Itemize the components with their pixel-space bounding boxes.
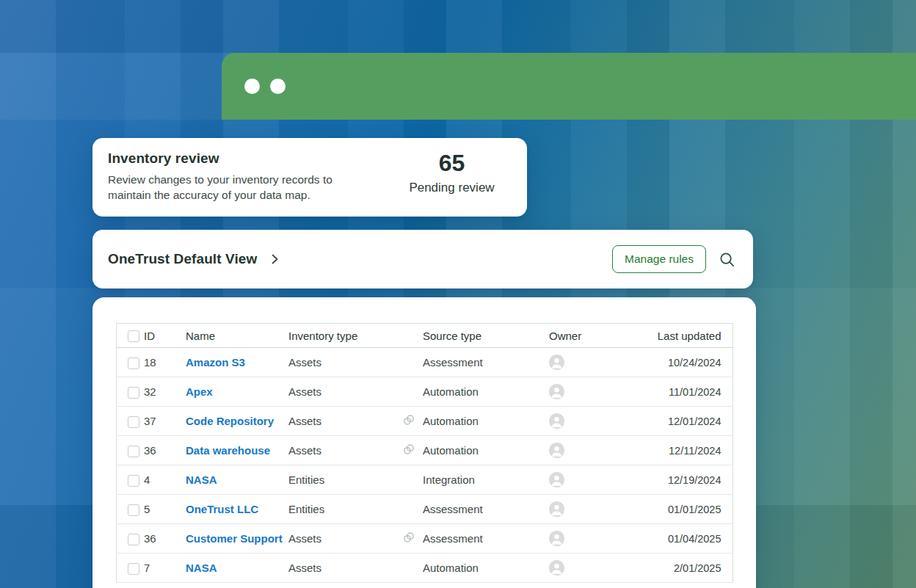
card-description: Review changes to your inventory records…	[108, 172, 372, 203]
cell-inventory-type: Assets	[288, 377, 402, 407]
row-checkbox[interactable]	[128, 475, 139, 487]
cell-source-type: Automation	[423, 562, 479, 574]
inventory-table-card: IDNameInventory typeSource typeOwnerLast…	[92, 297, 756, 588]
column-header-last-updated[interactable]: Last updated	[630, 324, 733, 348]
select-all-checkbox[interactable]	[128, 330, 139, 342]
linked-source-icon	[402, 413, 415, 429]
cell-source-type: Integration	[423, 473, 475, 486]
cell-id: 18	[144, 348, 186, 377]
row-checkbox[interactable]	[128, 563, 139, 575]
column-header-owner[interactable]: Owner	[549, 324, 630, 348]
cell-id: 36	[144, 436, 186, 465]
record-name-link[interactable]: Data warehouse	[186, 444, 270, 457]
table-row: 36Data warehouseAssetsAutomation12/11/20…	[116, 436, 733, 465]
cell-inventory-type: Assets	[288, 436, 402, 465]
row-checkbox[interactable]	[128, 504, 139, 516]
cell-last-updated: 12/01/2024	[630, 407, 733, 436]
owner-avatar[interactable]	[549, 443, 564, 458]
inventory-review-card: Inventory review Review changes to your …	[92, 138, 527, 217]
cell-source-type: Automation	[423, 415, 479, 427]
cell-inventory-type: Entities	[288, 495, 402, 524]
column-header-inventory-type[interactable]: Inventory type	[288, 324, 402, 348]
search-icon[interactable]	[719, 251, 735, 268]
owner-avatar[interactable]	[549, 413, 564, 429]
cell-last-updated: 12/11/2024	[630, 436, 733, 465]
owner-avatar[interactable]	[549, 355, 564, 370]
row-checkbox[interactable]	[128, 416, 139, 428]
record-name-link[interactable]: Apex	[186, 385, 213, 398]
owner-avatar[interactable]	[549, 531, 564, 546]
column-header-id[interactable]: ID	[144, 324, 186, 348]
record-name-link[interactable]: Code Repository	[186, 415, 274, 427]
table-row: 7NASAAssetsAutomation2/01/2025	[116, 553, 733, 583]
table-row: 4NASAEntitiesIntegration12/19/2024	[116, 465, 733, 495]
cell-source-type: Assessment	[423, 356, 483, 369]
cell-source-type: Automation	[423, 385, 479, 398]
table-row: 18Amazon S3AssetsAssessment10/24/2024	[116, 348, 733, 377]
cell-id: 5	[144, 495, 186, 524]
view-title: OneTrust Default View	[108, 251, 257, 267]
manage-rules-button[interactable]: Manage rules	[612, 245, 706, 273]
cell-source-type: Assessment	[423, 532, 483, 545]
linked-source-icon	[402, 443, 415, 458]
cell-id: 36	[144, 524, 186, 553]
cell-last-updated: 11/01/2024	[630, 377, 733, 407]
cell-last-updated: 2/01/2025	[630, 553, 733, 583]
record-name-link[interactable]: OneTrust LLC	[186, 503, 258, 515]
column-header-name[interactable]: Name	[186, 324, 288, 348]
view-toolbar: OneTrust Default View Manage rules	[92, 230, 753, 288]
table-row: 32ApexAssetsAutomation11/01/2024	[116, 377, 733, 407]
inventory-table: IDNameInventory typeSource typeOwnerLast…	[116, 323, 733, 583]
column-header-source-type[interactable]: Source type	[402, 324, 549, 348]
pending-count-label: Pending review	[377, 181, 527, 195]
window-dot-icon[interactable]	[270, 79, 286, 94]
cell-inventory-type: Assets	[288, 553, 402, 583]
cell-last-updated: 01/04/2025	[630, 524, 733, 553]
cell-id: 7	[144, 553, 186, 583]
row-checkbox[interactable]	[128, 534, 139, 545]
window-titlebar	[222, 53, 916, 120]
table-row: 36Customer SupportAssetsAssessment01/04/…	[116, 524, 733, 553]
table-header-row: IDNameInventory typeSource typeOwnerLast…	[116, 324, 733, 348]
cell-last-updated: 12/19/2024	[630, 465, 733, 495]
cell-inventory-type: Assets	[288, 407, 402, 436]
row-checkbox[interactable]	[128, 387, 139, 399]
record-name-link[interactable]: NASA	[186, 473, 217, 486]
row-checkbox[interactable]	[128, 446, 139, 457]
pending-review-stat: 65 Pending review	[377, 138, 527, 195]
owner-avatar[interactable]	[549, 472, 564, 487]
record-name-link[interactable]: NASA	[186, 562, 217, 574]
table-row: 37Code RepositoryAssetsAutomation12/01/2…	[116, 407, 733, 436]
record-name-link[interactable]: Amazon S3	[186, 356, 245, 369]
row-checkbox[interactable]	[128, 357, 139, 369]
inventory-review-copy: Inventory review Review changes to your …	[92, 138, 377, 203]
card-title: Inventory review	[108, 150, 377, 167]
table-row: 5OneTrust LLCEntitiesAssessment01/01/202…	[116, 495, 733, 524]
chevron-right-icon[interactable]	[267, 252, 282, 266]
cell-source-type: Automation	[423, 444, 479, 457]
owner-avatar[interactable]	[549, 501, 564, 517]
owner-avatar[interactable]	[549, 384, 564, 399]
cell-inventory-type: Assets	[288, 348, 402, 377]
window-dot-icon[interactable]	[244, 79, 260, 94]
record-name-link[interactable]: Customer Support	[186, 532, 283, 545]
cell-source-type: Assessment	[423, 503, 483, 515]
cell-inventory-type: Assets	[288, 524, 402, 553]
cell-id: 4	[144, 465, 186, 495]
cell-last-updated: 10/24/2024	[630, 348, 733, 377]
linked-source-icon	[402, 531, 415, 546]
cell-id: 37	[144, 407, 186, 436]
owner-avatar[interactable]	[549, 560, 564, 576]
cell-inventory-type: Entities	[288, 465, 402, 495]
cell-id: 32	[144, 377, 186, 407]
pending-count: 65	[377, 150, 527, 176]
cell-last-updated: 01/01/2025	[630, 495, 733, 524]
